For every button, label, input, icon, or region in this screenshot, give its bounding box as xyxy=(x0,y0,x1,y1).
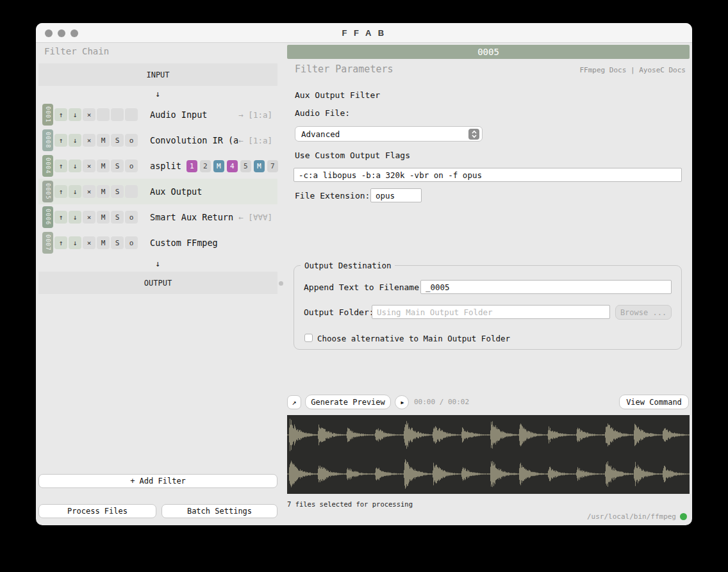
ffmpeg-path: /usr/local/bin/ffmpeg xyxy=(587,512,676,521)
add-filter-button[interactable]: + Add Filter xyxy=(38,474,277,488)
flow-down-icon: ↓ xyxy=(38,86,277,102)
output-folder-input[interactable] xyxy=(372,305,610,319)
filter-id-tag: 0004 xyxy=(42,155,53,177)
process-files-button[interactable]: Process Files xyxy=(38,504,156,518)
filter-name: Convolution IR (afir xyxy=(150,135,238,145)
custom-flags-label: Use Custom Output Flags xyxy=(295,151,410,160)
mute-button[interactable]: M xyxy=(97,236,110,249)
split-badge[interactable]: 5 xyxy=(240,160,251,172)
split-badge[interactable]: 1 xyxy=(186,160,197,172)
waveform-preview[interactable] xyxy=(287,415,690,494)
custom-flags-input[interactable] xyxy=(294,168,682,182)
solo-button[interactable]: S xyxy=(111,185,124,198)
alt-folder-checkbox[interactable] xyxy=(304,334,313,342)
filter-parameters-title: Filter Parameters xyxy=(295,63,393,75)
move-down-button[interactable]: ↓ xyxy=(69,134,81,147)
empty-button-slot xyxy=(125,185,138,198)
output-destination-legend: Output Destination xyxy=(301,261,395,270)
docs-separator: | xyxy=(626,66,639,74)
filter-chain-title: Filter Chain xyxy=(44,46,109,56)
move-down-button[interactable]: ↓ xyxy=(69,159,81,172)
filter-row-0005[interactable]: 0005↑↓×MSAux Output xyxy=(38,179,277,204)
input-node[interactable]: INPUT xyxy=(38,63,277,86)
solo-button[interactable]: S xyxy=(111,134,124,147)
empty-button-slot xyxy=(125,108,138,121)
move-up-button[interactable]: ↑ xyxy=(54,236,67,249)
move-up-button[interactable]: ↑ xyxy=(54,108,67,121)
ffmpeg-status: /usr/local/bin/ffmpeg xyxy=(587,512,687,521)
options-button[interactable]: o xyxy=(125,236,138,249)
mute-button[interactable]: M xyxy=(97,159,110,172)
split-badge[interactable]: 7 xyxy=(267,160,278,172)
filter-id-tag: 0005 xyxy=(42,181,53,202)
move-up-button[interactable]: ↑ xyxy=(54,185,67,198)
export-preview-icon[interactable]: ↗ xyxy=(287,395,301,409)
filter-id-tag: 0008 xyxy=(42,129,53,151)
panel-splitter-handle[interactable] xyxy=(279,281,283,286)
file-extension-input[interactable] xyxy=(370,188,422,202)
split-badge[interactable]: M xyxy=(213,160,224,172)
filter-row-0006[interactable]: 0006↑↓×MSoSmart Aux Return← [∀∀∀] xyxy=(38,204,277,230)
move-down-button[interactable]: ↓ xyxy=(69,236,81,249)
append-text-input[interactable] xyxy=(420,280,672,294)
remove-filter-button[interactable]: × xyxy=(83,185,95,198)
filter-row-0001[interactable]: 0001↑↓×Audio Input→ [1:a] xyxy=(38,102,277,127)
split-badge[interactable]: M xyxy=(254,160,265,172)
remove-filter-button[interactable]: × xyxy=(83,108,95,121)
remove-filter-button[interactable]: × xyxy=(83,159,95,172)
filter-name: asplit xyxy=(150,161,181,171)
filter-name: Smart Aux Return xyxy=(150,212,238,222)
move-up-button[interactable]: ↑ xyxy=(54,211,67,224)
remove-filter-button[interactable]: × xyxy=(83,236,95,249)
output-folder-label: Output Folder: xyxy=(304,307,374,317)
solo-button[interactable]: S xyxy=(111,211,124,224)
output-node[interactable]: OUTPUT xyxy=(38,272,277,294)
filter-id-tag: 0007 xyxy=(42,232,53,254)
stream-annotation: ← [1:a] xyxy=(238,136,272,145)
mute-button[interactable]: M xyxy=(97,134,110,147)
filter-chain: INPUT ↓ 0001↑↓×Audio Input→ [1:a]0008↑↓×… xyxy=(38,63,277,294)
alt-folder-checkbox-label: Choose alternative to Main Output Folder xyxy=(317,334,510,343)
stream-annotation: ← [∀∀∀] xyxy=(238,213,272,222)
filter-row-0004[interactable]: 0004↑↓×MSoasplit12M45M7 xyxy=(38,153,277,179)
solo-button[interactable]: S xyxy=(111,159,124,172)
mute-button[interactable]: M xyxy=(97,185,110,198)
browse-button[interactable]: Browse ... xyxy=(615,305,672,320)
move-down-button[interactable]: ↓ xyxy=(69,211,81,224)
move-down-button[interactable]: ↓ xyxy=(69,185,81,198)
ayosec-docs-link[interactable]: AyoseC Docs xyxy=(639,66,686,74)
ffmpeg-status-dot xyxy=(680,513,687,520)
generate-preview-button[interactable]: Generate Preview xyxy=(305,395,391,409)
audio-file-selected-value: Advanced xyxy=(301,129,468,139)
remove-filter-button[interactable]: × xyxy=(83,134,95,147)
move-up-button[interactable]: ↑ xyxy=(54,159,67,172)
audio-file-label: Audio File: xyxy=(295,108,350,118)
docs-links: FFmpeg Docs | AyoseC Docs xyxy=(579,66,686,74)
options-button[interactable]: o xyxy=(125,211,138,224)
play-icon[interactable]: ▶ xyxy=(395,395,409,409)
solo-button[interactable]: S xyxy=(111,236,124,249)
options-button[interactable]: o xyxy=(125,134,138,147)
filter-id-tag: 0006 xyxy=(42,206,53,228)
move-down-button[interactable]: ↓ xyxy=(69,108,81,121)
options-button[interactable]: o xyxy=(125,159,138,172)
audio-file-select[interactable]: Advanced xyxy=(295,126,483,142)
filter-row-0007[interactable]: 0007↑↓×MSoCustom FFmpeg xyxy=(38,230,277,256)
empty-button-slot xyxy=(97,108,110,121)
filter-row-0008[interactable]: 0008↑↓×MSoConvolution IR (afir← [1:a] xyxy=(38,127,277,153)
window-title: F F A B xyxy=(36,28,692,38)
append-text-label: Append Text to Filename: xyxy=(304,282,424,292)
remove-filter-button[interactable]: × xyxy=(83,211,95,224)
view-command-button[interactable]: View Command xyxy=(619,395,689,409)
stream-annotation: → [1:a] xyxy=(238,110,272,120)
split-badge[interactable]: 4 xyxy=(227,160,238,172)
mute-button[interactable]: M xyxy=(97,211,110,224)
ffmpeg-docs-link[interactable]: FFmpeg Docs xyxy=(579,66,626,74)
split-badge[interactable]: 2 xyxy=(200,160,211,172)
filter-heading: Aux Output Filter xyxy=(295,90,380,100)
filter-id-tag: 0001 xyxy=(42,104,53,126)
filter-name: Audio Input xyxy=(150,110,238,120)
batch-settings-button[interactable]: Batch Settings xyxy=(161,504,277,518)
move-up-button[interactable]: ↑ xyxy=(54,134,67,147)
empty-button-slot xyxy=(111,108,124,121)
